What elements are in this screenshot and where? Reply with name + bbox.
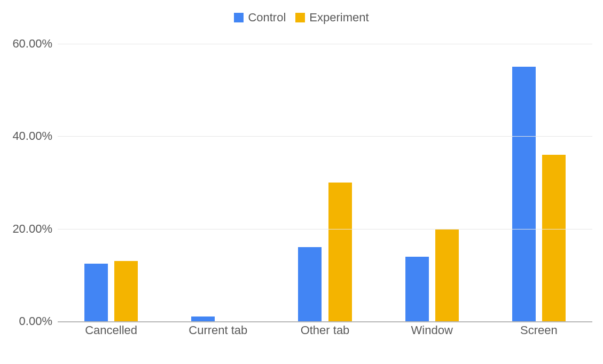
x-tick-label: Screen (520, 323, 558, 337)
bar (84, 264, 108, 321)
legend-item: Experiment (295, 11, 369, 25)
bar (191, 316, 215, 321)
plot-area: 0.00%20.00%40.00%60.00% (58, 44, 592, 321)
legend-label: Control (248, 11, 286, 25)
bars-layer (58, 44, 592, 321)
legend-swatch-icon (234, 13, 244, 22)
bar (328, 183, 352, 321)
bar (405, 257, 429, 321)
bar (114, 261, 138, 321)
grouped-bar-chart: ControlExperiment 0.00%20.00%40.00%60.00… (0, 0, 603, 364)
y-tick-label: 20.00% (4, 222, 52, 236)
legend-label: Experiment (309, 11, 369, 25)
y-tick-label: 0.00% (4, 314, 52, 328)
x-axis-labels: CancelledCurrent tabOther tabWindowScree… (58, 321, 592, 337)
bar (435, 229, 459, 321)
gridline (58, 136, 592, 137)
legend-item: Control (234, 11, 286, 25)
bar (298, 247, 322, 321)
y-tick-label: 40.00% (4, 129, 52, 143)
y-tick-label: 60.00% (4, 37, 52, 51)
x-tick-label: Other tab (301, 323, 350, 337)
legend-swatch-icon (295, 13, 305, 22)
bar (512, 67, 536, 321)
plot-area-wrap: 0.00%20.00%40.00%60.00% CancelledCurrent… (58, 44, 592, 337)
bar (542, 155, 566, 321)
x-tick-label: Window (411, 323, 453, 337)
gridline (58, 44, 592, 44)
legend: ControlExperiment (0, 11, 603, 25)
x-tick-label: Current tab (189, 323, 247, 337)
gridline (58, 229, 592, 230)
x-tick-label: Cancelled (85, 323, 137, 337)
